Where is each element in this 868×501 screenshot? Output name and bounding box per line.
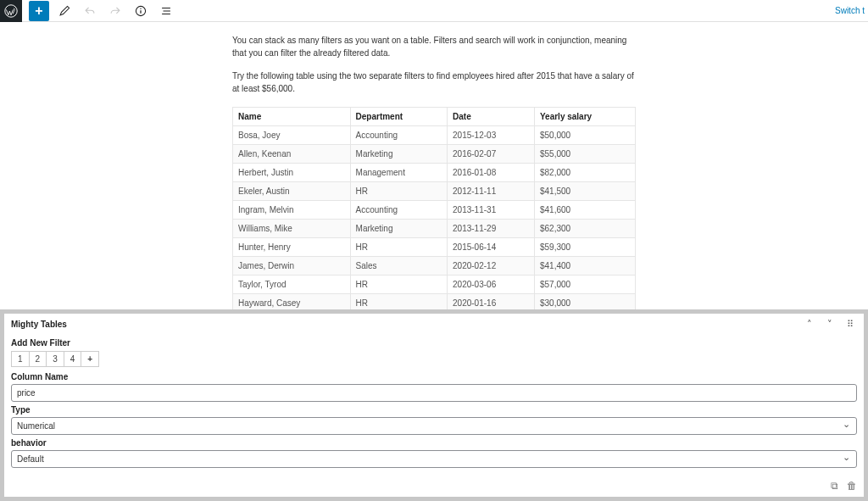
table-cell: Allen, Keenan	[233, 145, 351, 164]
table-cell: 2015-06-14	[448, 238, 535, 257]
table-row: Bosa, JoeyAccounting2015-12-03$50,000	[233, 126, 636, 145]
table-row: Taylor, TyrodHR2020-03-06$57,000	[233, 276, 636, 294]
table-cell: Herbert, Justin	[233, 164, 351, 182]
table-cell: Accounting	[350, 126, 448, 145]
paragraph-block[interactable]: Try the following table using the two se…	[232, 70, 636, 95]
editor-content: You can stack as many filters as you wan…	[0, 22, 868, 357]
editor-toolbar: + Switch t	[0, 0, 868, 22]
redo-icon[interactable]	[105, 1, 125, 21]
table-cell: $82,000	[534, 164, 635, 182]
col-dept: Department	[350, 108, 448, 126]
table-cell: Sales	[350, 257, 448, 276]
table-cell: Bosa, Joey	[233, 126, 351, 145]
drag-handle-icon[interactable]: ⠿	[843, 317, 857, 331]
table-cell: HR	[350, 182, 448, 201]
filter-tabs: 1234+	[11, 351, 857, 367]
table-row: Herbert, JustinManagement2016-01-08$82,0…	[233, 164, 636, 182]
col-date: Date	[448, 108, 535, 126]
table-cell: James, Derwin	[233, 257, 351, 276]
table-cell: $41,400	[534, 257, 635, 276]
table-cell: $41,600	[534, 201, 635, 220]
col-name: Name	[233, 108, 351, 126]
table-cell: Accounting	[350, 201, 448, 220]
table-cell: Taylor, Tyrod	[233, 276, 351, 294]
type-select[interactable]: Numerical	[11, 417, 857, 435]
add-filter-tab[interactable]: +	[81, 351, 99, 367]
table-cell: 2015-12-03	[448, 126, 535, 145]
table-cell: Marketing	[350, 220, 448, 238]
switch-mode-link[interactable]: Switch t	[835, 6, 865, 15]
behavior-label: behavior	[11, 438, 857, 448]
behavior-select[interactable]: Default	[11, 450, 857, 468]
table-cell: 2020-02-12	[448, 257, 535, 276]
filter-tab[interactable]: 4	[64, 351, 82, 367]
filter-tab[interactable]: 1	[11, 351, 30, 367]
column-name-label: Column Name	[11, 372, 857, 381]
table-cell: Hunter, Henry	[233, 238, 351, 257]
table-cell: $57,000	[534, 276, 635, 294]
table-row: Hunter, HenryHR2015-06-14$59,300	[233, 238, 636, 257]
table-cell: HR	[350, 238, 448, 257]
paragraph-block[interactable]: You can stack as many filters as you wan…	[232, 34, 636, 59]
delete-icon[interactable]: 🗑	[847, 480, 857, 492]
col-salary: Yearly salary	[534, 108, 635, 126]
table-cell: 2016-02-07	[448, 145, 535, 164]
table-cell: $41,500	[534, 182, 635, 201]
svg-point-3	[140, 8, 141, 8]
info-icon[interactable]	[131, 1, 151, 21]
table-cell: 2020-03-06	[448, 276, 535, 294]
table-row: Allen, KeenanMarketing2016-02-07$55,000	[233, 145, 636, 164]
table-cell: Ekeler, Austin	[233, 182, 351, 201]
table-row: Ekeler, AustinHR2012-11-11$41,500	[233, 182, 636, 201]
add-filter-label: Add New Filter	[11, 338, 857, 348]
table-cell: HR	[350, 276, 448, 294]
undo-icon[interactable]	[80, 1, 100, 21]
table-cell: 2013-11-29	[448, 220, 535, 238]
filter-tab[interactable]: 2	[30, 351, 47, 367]
add-block-button[interactable]: +	[29, 1, 49, 21]
table-cell: 2016-01-08	[448, 164, 535, 182]
table-cell: Williams, Mike	[233, 220, 351, 238]
panel-header: Mighty Tables ˄ ˅ ⠿	[4, 314, 864, 335]
edit-icon[interactable]	[54, 1, 75, 21]
table-cell: $50,000	[534, 126, 635, 145]
table-cell: $59,300	[534, 238, 635, 257]
table-row: Williams, MikeMarketing2013-11-29$62,300	[233, 220, 636, 238]
wordpress-logo[interactable]	[0, 0, 22, 22]
move-up-icon[interactable]: ˄	[803, 317, 816, 331]
table-header-row: Name Department Date Yearly salary	[233, 108, 636, 126]
table-row: James, DerwinSales2020-02-12$41,400	[233, 257, 636, 276]
column-name-input[interactable]	[11, 384, 857, 402]
table-cell: 2012-11-11	[448, 182, 535, 201]
block-settings-panel: Mighty Tables ˄ ˅ ⠿ Add New Filter 1234+…	[0, 309, 868, 501]
move-down-icon[interactable]: ˅	[823, 317, 837, 331]
table-cell: Ingram, Melvin	[233, 201, 351, 220]
duplicate-icon[interactable]: ⧉	[831, 480, 838, 492]
type-label: Type	[11, 405, 857, 415]
table-cell: 2013-11-31	[448, 201, 535, 220]
table-row: Ingram, MelvinAccounting2013-11-31$41,60…	[233, 201, 636, 220]
table-cell: $55,000	[534, 145, 635, 164]
table-cell: $62,300	[534, 220, 635, 238]
outline-icon[interactable]	[156, 1, 176, 21]
table-cell: Marketing	[350, 145, 448, 164]
table-block[interactable]: Name Department Date Yearly salary Bosa,…	[232, 107, 636, 336]
table-cell: Management	[350, 164, 448, 182]
filter-tab[interactable]: 3	[47, 351, 64, 367]
panel-title: Mighty Tables	[11, 320, 67, 329]
